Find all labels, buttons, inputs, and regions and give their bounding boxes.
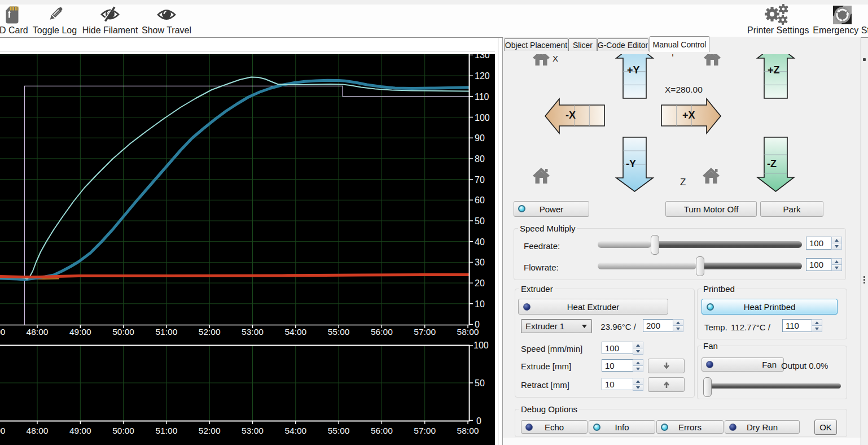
svg-text:57:00: 57:00 — [414, 327, 436, 337]
svg-text:55:00: 55:00 — [328, 327, 350, 337]
svg-text:47:00: 47:00 — [0, 327, 6, 337]
svg-text:110: 110 — [475, 92, 489, 102]
svg-text:58:00: 58:00 — [457, 327, 479, 337]
svg-text:100: 100 — [474, 341, 489, 350]
svg-text:120: 120 — [475, 71, 490, 81]
svg-text:51:00: 51:00 — [156, 327, 178, 337]
svg-text:40: 40 — [475, 237, 485, 247]
svg-text:54:00: 54:00 — [284, 426, 306, 435]
svg-text:53:00: 53:00 — [242, 327, 264, 337]
svg-text:20: 20 — [475, 278, 485, 288]
svg-text:52:00: 52:00 — [199, 327, 221, 337]
svg-text:47:00: 47:00 — [0, 426, 6, 435]
svg-text:56:00: 56:00 — [371, 327, 393, 337]
svg-text:55:00: 55:00 — [328, 426, 350, 435]
svg-text:50:00: 50:00 — [112, 426, 134, 435]
svg-text:30: 30 — [475, 258, 485, 267]
svg-text:0: 0 — [476, 416, 481, 426]
svg-text:48:00: 48:00 — [27, 327, 49, 337]
svg-text:90: 90 — [475, 133, 485, 143]
svg-text:54:00: 54:00 — [284, 327, 306, 337]
svg-text:10: 10 — [475, 299, 485, 309]
svg-text:100: 100 — [475, 113, 490, 123]
svg-text:49:00: 49:00 — [69, 426, 91, 435]
svg-text:51:00: 51:00 — [156, 426, 178, 435]
svg-text:50: 50 — [475, 216, 485, 226]
svg-text:50:00: 50:00 — [112, 327, 134, 337]
svg-text:49:00: 49:00 — [69, 327, 91, 337]
svg-text:58:00: 58:00 — [457, 426, 479, 435]
svg-text:60: 60 — [475, 195, 485, 205]
svg-text:52:00: 52:00 — [199, 426, 221, 435]
svg-text:48:00: 48:00 — [27, 426, 49, 435]
svg-text:130: 130 — [475, 54, 490, 60]
svg-text:53:00: 53:00 — [242, 426, 264, 435]
svg-text:50: 50 — [475, 378, 485, 388]
svg-text:56:00: 56:00 — [371, 426, 393, 435]
svg-text:70: 70 — [475, 175, 485, 185]
svg-text:57:00: 57:00 — [414, 426, 436, 435]
svg-text:80: 80 — [475, 154, 485, 164]
